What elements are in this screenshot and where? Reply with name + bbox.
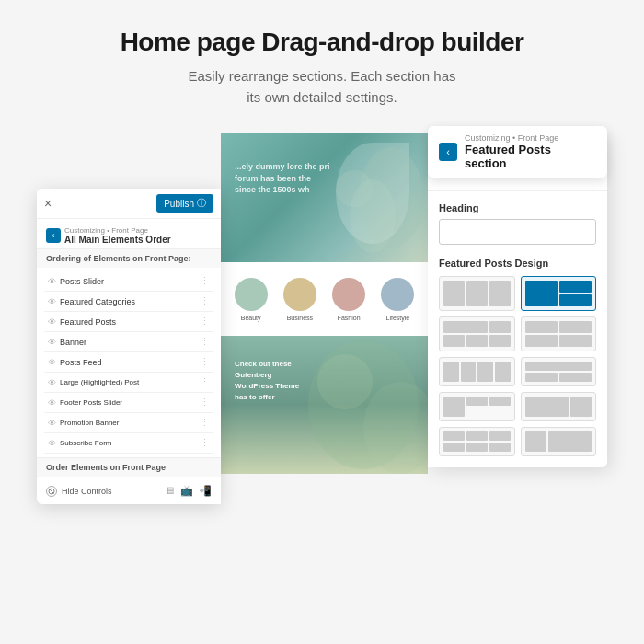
publish-button[interactable]: Publish ⓘ [156,194,213,213]
mini-block [466,431,488,441]
mini-block [489,397,511,406]
eye-icon[interactable]: 👁 [48,277,56,286]
drag-handle[interactable]: ⋮ [200,397,210,408]
design-option-4[interactable] [521,316,597,351]
category-circle [332,278,365,311]
design-option-3[interactable] [439,316,515,351]
mini-block [559,294,592,306]
mini-block [443,321,488,333]
mini-row-grid-2 [525,362,592,382]
category-item: Fashion [332,278,365,321]
mini-row-grid-5 [443,431,511,452]
element-name: Footer Posts Slider [60,398,122,407]
desktop-icon[interactable]: 🖥 [165,485,175,497]
preview-bottom: Check out these Gutenberg WordPress Them… [221,336,428,474]
drag-handle[interactable]: ⋮ [200,356,210,368]
customizer-panel: × Publish ⓘ ‹ Customizing • Front Page A… [37,189,221,504]
mini-block [525,431,547,452]
eye-icon[interactable]: 👁 [48,378,56,387]
mini-block [489,321,511,333]
eye-icon[interactable]: 👁 [48,439,56,448]
list-item: 👁 Banner ⋮ [44,332,213,352]
hide-controls-bar: Hide Controls 🖥 📺 📲 [37,477,221,504]
design-option-1[interactable] [439,276,515,311]
design-option-5[interactable] [439,357,515,386]
svg-line-1 [50,489,54,493]
category-item: Lifestyle [381,278,414,321]
drag-handle[interactable]: ⋮ [200,437,210,449]
hero-overlay-text: ...ely dummy lore the pri forum has been… [235,161,330,196]
design-option-8[interactable] [521,392,597,421]
eye-icon[interactable]: 👁 [48,398,56,408]
element-name: Featured Posts [60,317,116,327]
mini-block [525,321,558,333]
mini-row-grid-3 [443,397,511,417]
order-section-label: Order Elements on Front Page [37,457,221,477]
mini-block [466,335,488,347]
featured-posts-design-label: Featured Posts Design [439,258,596,269]
design-option-7[interactable] [439,392,515,421]
close-button[interactable]: × [44,196,52,211]
design-options-grid [439,276,596,351]
mini-block [525,335,558,347]
category-label: Business [287,315,313,321]
mini-block [443,362,459,382]
list-item: 👁 Posts Slider ⋮ [44,271,213,292]
eye-icon[interactable]: 👁 [48,297,56,306]
category-label: Fashion [338,315,361,321]
page-headline: Home page Drag-and-drop builder [121,28,524,57]
drag-handle[interactable]: ⋮ [200,316,210,328]
element-name: Subscribe Form [60,439,111,447]
page-container: Home page Drag-and-drop builder Easily r… [0,0,644,644]
hide-controls-label: Hide Controls [62,487,112,496]
eye-icon[interactable]: 👁 [48,419,56,428]
category-circle [235,278,268,311]
element-name: Featured Categories [60,297,135,306]
settings-section: Heading Featured Posts Design [428,191,607,467]
drag-handle[interactable]: ⋮ [200,417,210,429]
drag-handle[interactable]: ⋮ [200,376,210,388]
mini-block [443,281,465,306]
floating-breadcrumb-text: Customizing • Front Page [465,133,596,143]
tablet-icon[interactable]: 📺 [180,485,193,497]
category-label: Lifestyle [386,315,410,321]
customizer-top-bar: × Publish ⓘ [37,189,221,219]
eye-icon[interactable]: 👁 [48,317,56,327]
hide-icon[interactable] [46,486,57,497]
floating-text: Customizing • Front Page Featured Posts … [465,133,596,170]
category-label: Beauty [241,315,261,321]
mobile-icon[interactable]: 📲 [199,485,212,497]
design-option-9[interactable] [439,427,515,456]
design-options-more [439,357,596,456]
mini-block [559,335,592,347]
element-name: Promotion Banner [60,419,119,427]
design-option-6[interactable] [521,357,597,386]
customizer-back-arrow[interactable]: ‹ [46,228,61,243]
element-name: Posts Slider [60,277,104,286]
mini-block [495,362,511,382]
list-item: 👁 Subscribe Form ⋮ [44,433,213,454]
heading-input[interactable] [439,219,596,245]
mini-block [443,443,465,452]
design-option-2[interactable] [521,276,597,311]
design-option-10[interactable] [521,427,597,456]
eye-icon[interactable]: 👁 [48,338,56,347]
element-list: 👁 Posts Slider ⋮ 👁 Featured Categories ⋮… [37,268,221,457]
preview-hero: ...ely dummy lore the pri forum has been… [221,133,428,262]
drag-handle[interactable]: ⋮ [200,336,210,348]
mini-grid-4 [525,321,592,347]
mini-row-grid [443,362,511,382]
settings-panel: ‹ Customizing • Front Page Featured Post… [428,133,607,467]
mini-block [461,362,477,382]
mini-block [548,431,592,452]
drag-handle[interactable]: ⋮ [200,295,210,307]
category-circle [381,278,414,311]
eye-icon[interactable]: 👁 [48,358,56,367]
mini-block [489,431,511,441]
floating-back-arrow[interactable]: ‹ [439,143,457,161]
mini-block [466,281,488,306]
mini-block [477,362,493,382]
list-item: 👁 Featured Categories ⋮ [44,292,213,312]
floating-breadcrumb-card: ‹ Customizing • Front Page Featured Post… [428,126,607,178]
drag-handle[interactable]: ⋮ [200,275,210,287]
